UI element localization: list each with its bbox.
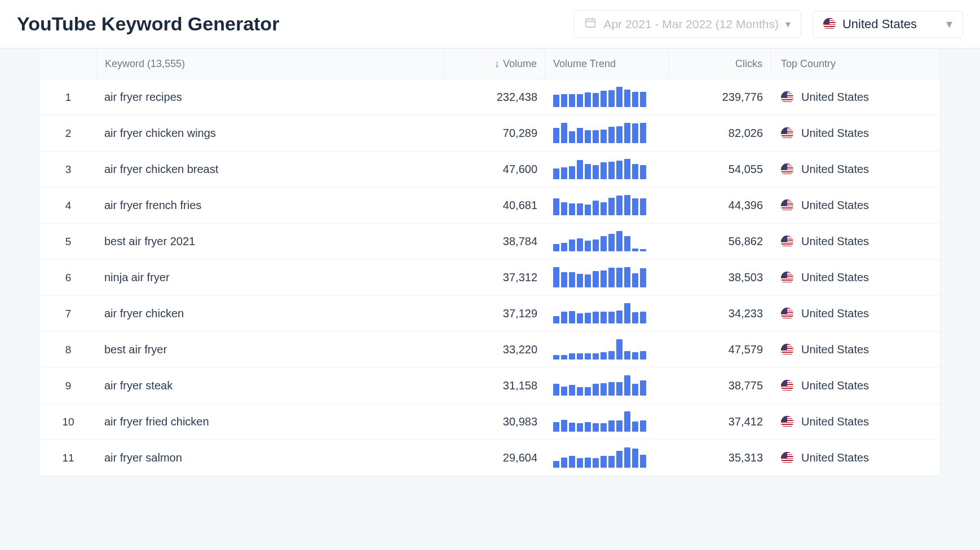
table-row[interactable]: 8best air fryer33,22047,579United States	[40, 332, 940, 368]
sparkline-bar	[577, 353, 583, 360]
volume-trend-sparkline	[545, 296, 669, 331]
sparkline-bar	[585, 241, 591, 251]
sparkline-bar	[624, 123, 630, 143]
row-number: 9	[40, 369, 96, 403]
sparkline-bar	[632, 422, 638, 432]
sparkline-bar	[577, 128, 583, 143]
col-trend[interactable]: Volume Trend	[545, 49, 669, 79]
us-flag-icon	[781, 452, 793, 464]
table-row[interactable]: 6ninja air fryer37,31238,503United State…	[40, 260, 940, 296]
sparkline-bar	[632, 273, 638, 287]
sparkline-bar	[577, 423, 583, 432]
volume-trend-sparkline	[545, 332, 669, 367]
sparkline-bar	[608, 234, 615, 251]
keyword-cell[interactable]: air fryer steak	[96, 368, 444, 403]
volume-cell: 29,604	[444, 440, 545, 476]
sparkline-bar	[553, 198, 559, 215]
sparkline-bar	[632, 449, 638, 468]
sparkline-bar	[624, 303, 630, 323]
topbar: YouTube Keyword Generator Apr 2021 - Mar…	[0, 0, 980, 48]
date-range-selector[interactable]: Apr 2021 - Mar 2022 (12 Months) ▾	[573, 10, 801, 38]
sparkline-bar	[553, 168, 559, 179]
row-number: 7	[40, 296, 96, 331]
row-number: 11	[40, 441, 96, 476]
sparkline-bar	[561, 387, 567, 396]
sparkline-bar	[593, 353, 599, 360]
sparkline-bar	[608, 198, 615, 215]
sparkline-bar	[569, 353, 575, 360]
keyword-cell[interactable]: air fryer french fries	[96, 188, 444, 223]
sparkline-bar	[632, 249, 638, 251]
sparkline-bar	[553, 128, 559, 143]
sparkline-bar	[632, 384, 638, 396]
keyword-cell[interactable]: air fryer chicken wings	[96, 116, 444, 151]
table-header: Keyword (13,555) ↓Volume Volume Trend Cl…	[40, 49, 940, 79]
page-title: YouTube Keyword Generator	[17, 13, 562, 35]
keyword-cell[interactable]: air fryer chicken breast	[96, 152, 444, 187]
date-range-label: Apr 2021 - Mar 2022 (12 Months)	[603, 17, 779, 31]
table-row[interactable]: 7air fryer chicken37,12934,233United Sta…	[40, 296, 940, 332]
table-row[interactable]: 10air fryer fried chicken30,98337,412Uni…	[40, 404, 940, 440]
sparkline-bar	[561, 272, 567, 287]
table-row[interactable]: 3air fryer chicken breast47,60054,055Uni…	[40, 152, 940, 188]
us-flag-icon	[781, 199, 793, 212]
table-row[interactable]: 9air fryer steak31,15838,775United State…	[40, 368, 940, 404]
sparkline-bar	[608, 351, 615, 360]
table-row[interactable]: 2air fryer chicken wings70,28982,026Unit…	[40, 116, 940, 152]
country-name: United States	[801, 343, 869, 356]
sparkline-bar	[593, 271, 599, 287]
sparkline-bar	[577, 458, 583, 468]
sparkline-bar	[640, 268, 646, 287]
sparkline-bar	[640, 92, 646, 107]
sparkline-bar	[616, 382, 623, 396]
us-flag-icon	[781, 416, 793, 428]
sparkline-bar	[640, 420, 646, 432]
sparkline-bar	[593, 130, 599, 143]
volume-cell: 31,158	[444, 368, 545, 403]
keyword-cell[interactable]: air fryer chicken	[96, 296, 444, 331]
sparkline-bar	[593, 201, 599, 215]
keyword-cell[interactable]: air fryer fried chicken	[96, 404, 444, 440]
sparkline-bar	[616, 451, 623, 468]
top-country-cell: United States	[771, 332, 940, 367]
sparkline-bar	[561, 202, 567, 215]
keyword-cell[interactable]: ninja air fryer	[96, 260, 444, 295]
sparkline-bar	[561, 355, 567, 360]
sparkline-bar	[569, 239, 575, 251]
top-country-cell: United States	[771, 296, 940, 331]
volume-cell: 37,129	[444, 296, 545, 331]
sparkline-bar	[585, 422, 591, 432]
top-country-cell: United States	[771, 79, 940, 115]
keyword-cell[interactable]: air fryer salmon	[96, 440, 444, 476]
table-row[interactable]: 1air fryer recipes232,438239,776United S…	[40, 79, 940, 116]
sparkline-bar	[569, 385, 575, 396]
sparkline-bar	[561, 312, 567, 323]
table-row[interactable]: 4air fryer french fries40,68144,396Unite…	[40, 188, 940, 224]
col-keyword[interactable]: Keyword (13,555)	[96, 49, 444, 79]
sparkline-bar	[632, 123, 638, 143]
volume-trend-sparkline	[545, 116, 669, 151]
country-name: United States	[801, 163, 869, 176]
keyword-cell[interactable]: best air fryer	[96, 332, 444, 367]
sparkline-bar	[640, 123, 646, 143]
sparkline-bar	[640, 312, 646, 323]
country-name: United States	[801, 235, 869, 248]
top-country-cell: United States	[771, 260, 940, 295]
keyword-cell[interactable]: air fryer recipes	[96, 79, 444, 115]
table-row[interactable]: 11air fryer salmon29,60435,313United Sta…	[40, 440, 940, 476]
country-label: United States	[842, 17, 917, 32]
col-clicks[interactable]: Clicks	[669, 49, 771, 79]
country-selector[interactable]: United States ▾	[813, 11, 963, 38]
keyword-cell[interactable]: best air fryer 2021	[96, 224, 444, 259]
col-top-country[interactable]: Top Country	[771, 49, 940, 79]
top-country-cell: United States	[771, 116, 940, 151]
sparkline-bar	[608, 456, 615, 468]
sparkline-bar	[585, 130, 591, 143]
row-number: 6	[40, 260, 96, 295]
sparkline-bar	[569, 456, 575, 468]
sparkline-bar	[553, 316, 559, 323]
col-volume[interactable]: ↓Volume	[444, 49, 545, 79]
sparkline-bar	[601, 202, 607, 215]
sparkline-bar	[569, 272, 575, 287]
table-row[interactable]: 5best air fryer 202138,78456,862United S…	[40, 224, 940, 260]
